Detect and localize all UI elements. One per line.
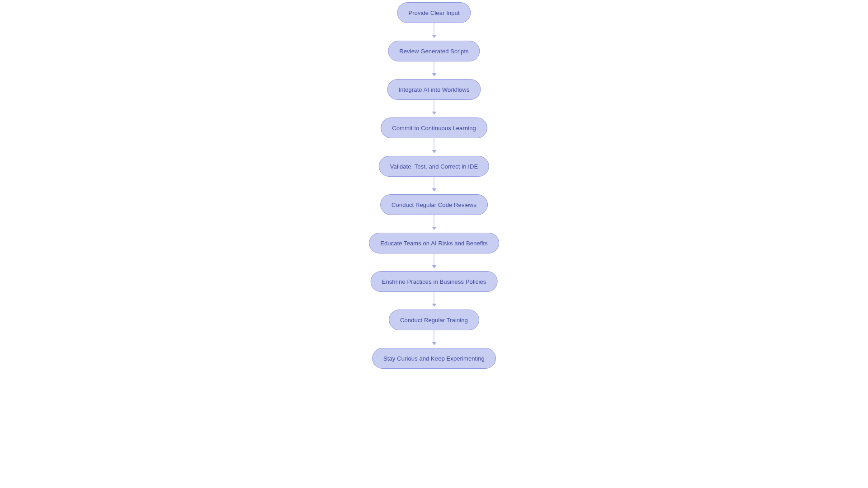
flow-node-label: Integrate AI into Workflows <box>398 86 469 93</box>
flow-node-label: Enshrine Practices in Business Policies <box>382 278 486 285</box>
flow-node: Integrate AI into Workflows <box>387 79 481 100</box>
flow-node: Stay Curious and Keep Experimenting <box>372 348 496 369</box>
flow-node: Review Generated Scripts <box>388 41 480 61</box>
flow-node: Conduct Regular Code Reviews <box>380 194 488 215</box>
flowchart-canvas: Provide Clear Input Review Generated Scr… <box>0 0 868 488</box>
flow-arrow <box>434 253 434 268</box>
flow-node-label: Stay Curious and Keep Experimenting <box>383 355 485 362</box>
flow-node: Validate, Test, and Correct in IDE <box>379 156 489 177</box>
flow-arrow <box>434 23 434 38</box>
flow-node-label: Educate Teams on AI Risks and Benefits <box>380 240 488 247</box>
flow-arrow <box>434 292 434 306</box>
flow-arrow <box>434 61 434 76</box>
flow-node: Enshrine Practices in Business Policies <box>371 271 498 292</box>
flow-arrow <box>434 177 434 191</box>
flow-arrow <box>434 100 434 114</box>
flow-node: Conduct Regular Training <box>389 310 479 330</box>
flow-node-label: Validate, Test, and Correct in IDE <box>390 163 478 170</box>
flow-node-label: Conduct Regular Code Reviews <box>392 202 476 208</box>
flow-arrow <box>434 215 434 230</box>
flow-arrow <box>434 138 434 153</box>
flow-arrow <box>434 330 434 345</box>
flow-node-label: Review Generated Scripts <box>399 48 468 55</box>
flow-node-label: Commit to Continuous Learning <box>392 125 476 131</box>
flow-node: Educate Teams on AI Risks and Benefits <box>369 233 499 253</box>
flow-node-label: Provide Clear Input <box>408 9 459 16</box>
flow-node-label: Conduct Regular Training <box>400 317 468 324</box>
flow-node: Commit to Continuous Learning <box>381 117 487 138</box>
flow-node: Provide Clear Input <box>397 2 471 23</box>
